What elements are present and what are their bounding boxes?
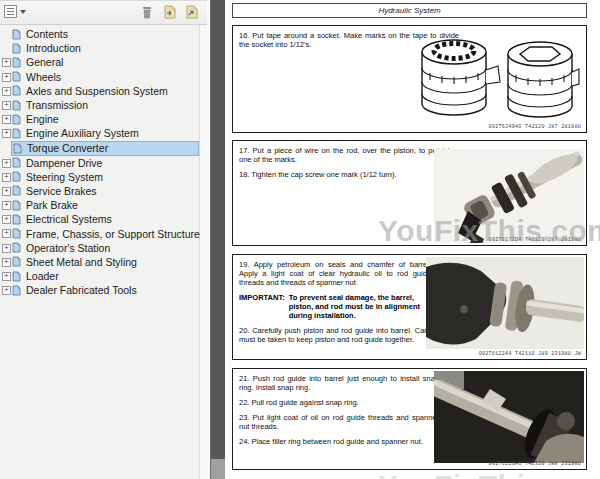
sidebar-item-label: Axles and Suspension System	[26, 85, 168, 97]
sidebar-item-label: Sheet Metal and Styling	[26, 256, 137, 268]
sidebar-item-sheet-metal[interactable]: + Sheet Metal and Styling	[0, 255, 200, 269]
page-header-box: Hydraulic System	[232, 3, 587, 18]
section-steps17-18: 17. Put a piece of wire on the rod, over…	[232, 140, 587, 246]
expand-icon[interactable]: +	[2, 173, 11, 182]
bookmark-actions-button[interactable]	[183, 4, 199, 20]
sidebar-item-label: Frame, Chassis, or Support Structure	[26, 228, 200, 240]
sidebar-item-engine-auxiliary[interactable]: + Engine Auxiliary System	[0, 126, 200, 140]
expand-icon[interactable]: +	[2, 215, 11, 224]
sidebar-item-torque-converter[interactable]: Torque Converter	[11, 141, 199, 156]
sidebar-item-electrical-systems[interactable]: + Electrical Systems	[0, 212, 200, 226]
bookmark-page-icon	[12, 256, 21, 267]
expand-icon[interactable]: +	[2, 244, 11, 253]
sidebar-item-service-brakes[interactable]: + Service Brakes	[0, 184, 200, 198]
expand-icon[interactable]: +	[2, 101, 11, 110]
sidebar-item-general[interactable]: + General	[0, 55, 200, 69]
expand-icon[interactable]: +	[2, 272, 11, 281]
document-scrollbar[interactable]	[211, 459, 225, 479]
sidebar-item-loader[interactable]: + Loader	[0, 269, 200, 283]
panel-options-button[interactable]	[4, 5, 26, 18]
expand-icon[interactable]: +	[2, 73, 11, 82]
step-19-text: 19. Apply petroleum on seals and chamfer…	[239, 260, 431, 287]
expand-icon[interactable]: +	[2, 129, 11, 138]
sidebar-item-label: Dealer Fabricated Tools	[26, 284, 137, 296]
step-22-text: 22. Pull rod guide against snap ring.	[239, 398, 439, 407]
figure-caption: 002T6172D4 T42120 J87 28198U	[489, 237, 581, 243]
figure-caption: 002T6122A4 T42110 J89 23198U JW	[479, 351, 581, 357]
piston-rod-photo	[426, 257, 584, 349]
bookmark-page-icon	[12, 271, 21, 282]
expand-icon[interactable]: +	[2, 229, 11, 238]
bookmark-arrow-icon	[185, 5, 198, 19]
sidebar-item-transmission[interactable]: + Transmission	[0, 98, 200, 112]
sidebar-item-label: Dampener Drive	[26, 157, 102, 169]
delete-bookmark-button[interactable]	[139, 4, 155, 20]
sidebar-item-park-brake[interactable]: + Park Brake	[0, 198, 200, 212]
bookmark-page-icon	[12, 43, 21, 54]
sidebar-item-dampener-drive[interactable]: + Dampener Drive	[0, 156, 200, 170]
expand-icon[interactable]: +	[2, 258, 11, 267]
watermark-text-bottom: YouFixThis.com	[378, 469, 600, 479]
sidebar-item-label: Steering System	[26, 171, 103, 183]
sidebar-item-dealer-tools[interactable]: + Dealer Fabricated Tools	[0, 283, 200, 297]
sidebar-item-wheels[interactable]: + Wheels	[0, 70, 200, 84]
expand-icon[interactable]: +	[2, 286, 11, 295]
page-title: Hydraulic System	[378, 6, 440, 15]
bookmark-page-icon	[12, 100, 21, 111]
sidebar-item-label: Transmission	[26, 99, 88, 111]
bookmark-page-icon	[12, 228, 21, 239]
expand-icon[interactable]: +	[2, 187, 11, 196]
sidebar-item-engine[interactable]: + Engine	[0, 112, 200, 126]
sidebar-item-label: Loader	[26, 270, 59, 282]
sidebar-item-introduction[interactable]: Introduction	[0, 41, 200, 55]
cap-screw-photo	[434, 149, 584, 243]
bookmark-page-icon	[12, 57, 21, 68]
section-step16: 16. Put tape around a socket. Make marks…	[232, 25, 587, 133]
bookmarks-toolbar	[0, 1, 207, 25]
bookmark-page-icon	[13, 143, 22, 154]
sidebar-item-label: Wheels	[26, 71, 61, 83]
sidebar-item-frame-chassis[interactable]: + Frame, Chassis, or Support Structure	[0, 226, 200, 240]
figure-caption: 002T6123A6 T42320 J88 23198U	[489, 461, 581, 467]
bookmark-page-icon	[12, 114, 21, 125]
important-text: To prevent seal damage, the barrel, pist…	[289, 293, 431, 320]
step-17-text: 17. Put a piece of wire on the rod, over…	[239, 146, 454, 164]
bookmarks-panel: Contents Introduction + General + Wheels…	[0, 0, 207, 479]
bookmark-page-icon	[12, 171, 21, 182]
sidebar-item-label: Operator's Station	[26, 242, 110, 254]
bookmarks-list: Contents Introduction + General + Wheels…	[0, 27, 200, 297]
step-24-text: 24. Place filler ring between rod guide …	[239, 437, 439, 446]
bookmarks-scrollbar[interactable]	[199, 25, 207, 479]
bookmark-page-icon	[12, 71, 21, 82]
sidebar-item-label: Service Brakes	[26, 185, 97, 197]
section-steps21-24: 21. Push rod guide into barrel just enou…	[232, 368, 587, 470]
expand-icon[interactable]: +	[2, 58, 11, 67]
socket-tape-illustration	[412, 32, 580, 124]
sidebar-item-operators-station[interactable]: + Operator's Station	[0, 241, 200, 255]
bookmark-page-icon	[12, 185, 21, 196]
chevron-down-icon	[20, 10, 26, 14]
expand-icon[interactable]: +	[2, 87, 11, 96]
expand-icon[interactable]: +	[2, 201, 11, 210]
sidebar-item-steering-system[interactable]: + Steering System	[0, 170, 200, 184]
step-20-text: 20. Carefully push piston and rod guide …	[239, 326, 431, 344]
bookmark-page-icon	[12, 128, 21, 139]
sidebar-item-contents[interactable]: Contents	[0, 27, 200, 41]
sidebar-item-label: Engine Auxiliary System	[26, 127, 139, 139]
expand-icon[interactable]: +	[2, 115, 11, 124]
rod-guide-snap-ring-photo	[434, 371, 584, 463]
sidebar-item-axles-suspension[interactable]: + Axles and Suspension System	[0, 84, 200, 98]
bookmark-page-icon	[12, 214, 21, 225]
important-note: IMPORTANT: To prevent seal damage, the b…	[239, 293, 431, 320]
panel-options-icon	[4, 5, 17, 18]
sidebar-item-label: Introduction	[26, 42, 81, 54]
bookmark-page-icon	[12, 285, 21, 296]
step-18-text: 18. Tighten the cap screw one mark (1/12…	[239, 170, 454, 179]
sidebar-item-label: Contents	[26, 28, 68, 40]
step-23-text: 23. Put light coat of oil on rod guide t…	[239, 413, 439, 431]
bookmark-page-icon	[12, 242, 21, 253]
new-bookmark-button[interactable]	[161, 4, 177, 20]
expand-icon[interactable]: +	[2, 159, 11, 168]
important-label: IMPORTANT:	[239, 293, 285, 320]
section-steps19-20: 19. Apply petroleum on seals and chamfer…	[232, 254, 587, 360]
